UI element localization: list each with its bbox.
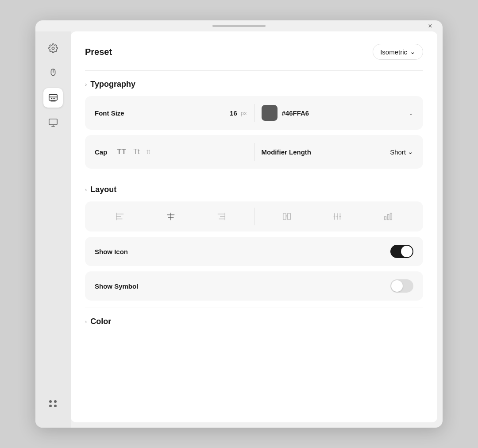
align-left-icon[interactable] [112, 209, 128, 224]
color-chevron-icon: › [85, 318, 87, 325]
show-symbol-label: Show Symbol [95, 282, 138, 290]
modifier-length-label: Modifier Length [262, 148, 312, 156]
color-title: Color [90, 317, 111, 326]
svg-rect-33 [385, 216, 386, 220]
svg-rect-25 [288, 213, 290, 220]
svg-rect-34 [387, 214, 389, 220]
preset-chevron-icon: ⌄ [410, 48, 416, 56]
cap-label: Cap [95, 148, 107, 156]
cap-option-tt[interactable]: TT [114, 147, 129, 157]
show-icon-toggle-knob [401, 246, 412, 257]
typography-section-header[interactable]: › Typography [85, 80, 423, 89]
svg-rect-24 [283, 213, 286, 220]
layout-divider [85, 176, 423, 176]
sidebar-item-settings[interactable] [43, 39, 63, 58]
align-center-icon[interactable] [163, 209, 179, 224]
close-button[interactable]: × [425, 21, 436, 31]
show-symbol-card: Show Symbol [85, 271, 423, 301]
alignment-group [95, 209, 247, 224]
modifier-section: Modifier Length Short ⌄ [262, 148, 414, 156]
color-value: #46FFA6 [282, 109, 309, 117]
preset-label: Preset [85, 47, 112, 57]
drag-handle [212, 25, 266, 27]
svg-point-0 [52, 47, 54, 50]
cap-card-divider [254, 143, 254, 161]
layout-section-header[interactable]: › Layout [85, 185, 423, 194]
preset-value: Isometric [380, 48, 407, 56]
font-size-value: 16 [230, 109, 237, 117]
cap-modifier-row: Cap TT Tt tt Modifier Length Short ⌄ [95, 143, 413, 161]
font-size-label: Font Size [95, 109, 124, 117]
dots-icon [49, 400, 57, 407]
modifier-dropdown-arrow-icon: ⌄ [408, 148, 413, 156]
font-size-color-card: Font Size 16 px #46FFA6 ⌄ [85, 96, 423, 130]
cap-option-tt-normal[interactable]: Tt [131, 147, 142, 157]
modifier-length-dropdown[interactable]: Short ⌄ [390, 148, 413, 156]
color-divider [85, 308, 423, 308]
color-dropdown-arrow-icon[interactable]: ⌄ [409, 110, 413, 116]
layout-icons-card [85, 201, 423, 232]
color-section: #46FFA6 ⌄ [262, 105, 414, 121]
cap-modifier-card: Cap TT Tt tt Modifier Length Short ⌄ [85, 135, 423, 169]
sidebar-item-mouse[interactable] [43, 63, 63, 83]
card-inner-divider [254, 104, 254, 122]
typography-title: Typography [90, 80, 135, 89]
layout-icons-divider [254, 208, 254, 225]
title-bar: × [35, 20, 443, 31]
preset-divider [85, 70, 423, 71]
show-icon-label: Show Icon [95, 248, 128, 255]
preset-dropdown[interactable]: Isometric ⌄ [373, 44, 423, 60]
color-section-header[interactable]: › Color [85, 317, 423, 326]
show-icon-card: Show Icon [85, 237, 423, 266]
dist-chart-icon[interactable] [380, 209, 396, 224]
distribution-group [262, 209, 414, 224]
svg-rect-35 [390, 213, 392, 220]
main-window: × [35, 20, 443, 428]
align-right-icon[interactable] [213, 209, 229, 224]
color-swatch[interactable] [262, 105, 278, 121]
show-symbol-toggle-knob [391, 280, 403, 292]
main-content: Preset Isometric ⌄ › Typography Font Siz… [71, 31, 437, 422]
typography-chevron-icon: › [85, 81, 87, 88]
sidebar-bottom [43, 394, 63, 421]
svg-rect-4 [49, 95, 57, 100]
sidebar-item-display[interactable] [43, 88, 63, 108]
layout-title: Layout [90, 185, 116, 194]
dist-text-icon[interactable] [279, 209, 295, 224]
modifier-length-value: Short [390, 148, 406, 156]
preset-row: Preset Isometric ⌄ [85, 44, 423, 60]
dist-equal-icon[interactable] [329, 209, 345, 224]
cap-section: Cap TT Tt tt [95, 147, 247, 157]
layout-chevron-icon: › [85, 186, 87, 193]
svg-rect-10 [49, 119, 57, 125]
font-size-color-row: Font Size 16 px #46FFA6 ⌄ [95, 104, 413, 122]
window-body: Preset Isometric ⌄ › Typography Font Siz… [35, 31, 443, 428]
font-size-section: Font Size 16 px [95, 109, 247, 117]
cap-option-tt-light[interactable]: tt [144, 147, 153, 156]
sidebar-item-monitor[interactable] [43, 113, 63, 132]
show-icon-toggle[interactable] [390, 245, 413, 258]
font-size-unit: px [241, 110, 247, 116]
sidebar [35, 31, 71, 428]
show-symbol-toggle[interactable] [390, 279, 413, 293]
dots-menu-button[interactable] [43, 394, 63, 413]
